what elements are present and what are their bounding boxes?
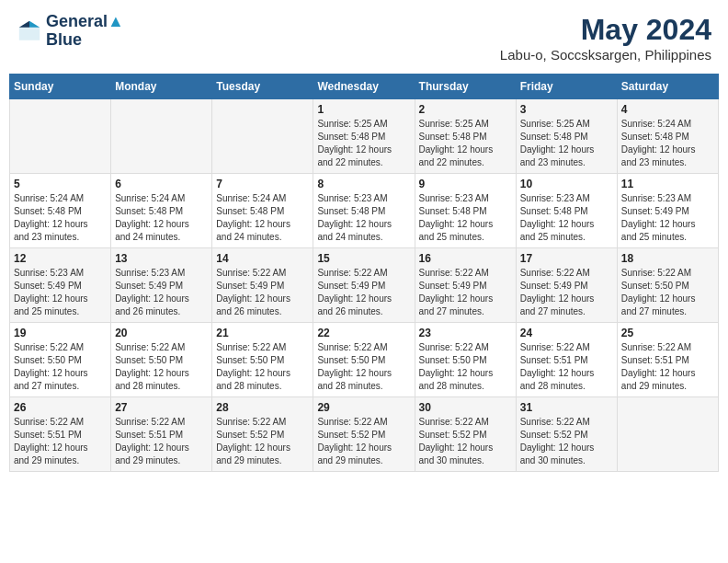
- day-info: Sunrise: 5:22 AM Sunset: 5:50 PM Dayligh…: [317, 341, 410, 393]
- day-number: 25: [621, 327, 714, 339]
- day-number: 20: [115, 327, 208, 339]
- calendar-day-cell: 6Sunrise: 5:24 AM Sunset: 5:48 PM Daylig…: [111, 174, 212, 248]
- calendar-day-cell: 14Sunrise: 5:22 AM Sunset: 5:49 PM Dayli…: [212, 248, 313, 323]
- day-number: 8: [317, 178, 410, 190]
- day-number: 28: [216, 401, 309, 414]
- logo-text: General▲ Blue: [46, 13, 124, 50]
- day-number: 27: [115, 401, 208, 414]
- day-info: Sunrise: 5:23 AM Sunset: 5:48 PM Dayligh…: [317, 192, 410, 244]
- calendar-day-cell: 7Sunrise: 5:24 AM Sunset: 5:48 PM Daylig…: [212, 174, 313, 248]
- day-info: Sunrise: 5:25 AM Sunset: 5:48 PM Dayligh…: [419, 118, 512, 169]
- day-number: 1: [317, 103, 410, 116]
- calendar-day-cell: 30Sunrise: 5:22 AM Sunset: 5:52 PM Dayli…: [415, 397, 516, 472]
- calendar-day-cell: 22Sunrise: 5:22 AM Sunset: 5:50 PM Dayli…: [313, 323, 415, 397]
- calendar-day-cell: 3Sunrise: 5:25 AM Sunset: 5:48 PM Daylig…: [516, 99, 617, 174]
- logo-icon: [17, 18, 42, 44]
- calendar-day-cell: 11Sunrise: 5:23 AM Sunset: 5:49 PM Dayli…: [617, 174, 718, 248]
- day-number: 24: [520, 327, 613, 339]
- day-info: Sunrise: 5:23 AM Sunset: 5:49 PM Dayligh…: [14, 267, 107, 318]
- calendar-day-cell: 18Sunrise: 5:22 AM Sunset: 5:50 PM Dayli…: [617, 248, 718, 323]
- logo: General▲ Blue: [17, 13, 124, 50]
- day-number: 4: [621, 103, 714, 116]
- day-number: 30: [419, 401, 512, 414]
- calendar-day-cell: 19Sunrise: 5:22 AM Sunset: 5:50 PM Dayli…: [10, 323, 111, 397]
- day-number: 19: [14, 327, 107, 339]
- day-number: 2: [419, 103, 512, 116]
- calendar-day-cell: 10Sunrise: 5:23 AM Sunset: 5:48 PM Dayli…: [516, 174, 617, 248]
- day-info: Sunrise: 5:22 AM Sunset: 5:50 PM Dayligh…: [621, 267, 714, 318]
- day-number: 18: [621, 252, 714, 265]
- calendar-day-cell: 5Sunrise: 5:24 AM Sunset: 5:48 PM Daylig…: [10, 174, 111, 248]
- main-title: May 2024: [500, 13, 711, 47]
- day-number: 13: [115, 252, 208, 265]
- day-number: 9: [419, 178, 512, 190]
- calendar-day-cell: 4Sunrise: 5:24 AM Sunset: 5:48 PM Daylig…: [617, 99, 718, 174]
- calendar-day-cell: 15Sunrise: 5:22 AM Sunset: 5:49 PM Dayli…: [313, 248, 415, 323]
- calendar-body: 1Sunrise: 5:25 AM Sunset: 5:48 PM Daylig…: [10, 99, 719, 472]
- day-number: 5: [14, 178, 107, 190]
- calendar-day-cell: [617, 397, 718, 472]
- calendar-table: SundayMondayTuesdayWednesdayThursdayFrid…: [9, 74, 719, 472]
- day-number: 10: [520, 178, 613, 190]
- day-info: Sunrise: 5:24 AM Sunset: 5:48 PM Dayligh…: [14, 192, 107, 244]
- day-number: 12: [14, 252, 107, 265]
- day-number: 29: [317, 401, 410, 414]
- day-info: Sunrise: 5:24 AM Sunset: 5:48 PM Dayligh…: [216, 192, 309, 244]
- day-info: Sunrise: 5:22 AM Sunset: 5:51 PM Dayligh…: [14, 416, 107, 467]
- day-number: 26: [14, 401, 107, 414]
- calendar-week-row: 19Sunrise: 5:22 AM Sunset: 5:50 PM Dayli…: [10, 323, 719, 397]
- calendar-day-cell: 8Sunrise: 5:23 AM Sunset: 5:48 PM Daylig…: [313, 174, 415, 248]
- day-number: 14: [216, 252, 309, 265]
- calendar-day-cell: 9Sunrise: 5:23 AM Sunset: 5:48 PM Daylig…: [415, 174, 516, 248]
- calendar-day-cell: [212, 99, 313, 174]
- calendar-day-cell: 20Sunrise: 5:22 AM Sunset: 5:50 PM Dayli…: [111, 323, 212, 397]
- day-info: Sunrise: 5:24 AM Sunset: 5:48 PM Dayligh…: [115, 192, 208, 244]
- calendar-day-cell: 1Sunrise: 5:25 AM Sunset: 5:48 PM Daylig…: [313, 99, 415, 174]
- day-info: Sunrise: 5:22 AM Sunset: 5:49 PM Dayligh…: [520, 267, 613, 318]
- day-info: Sunrise: 5:22 AM Sunset: 5:52 PM Dayligh…: [419, 416, 512, 467]
- day-number: 3: [520, 103, 613, 116]
- day-number: 17: [520, 252, 613, 265]
- day-info: Sunrise: 5:22 AM Sunset: 5:50 PM Dayligh…: [216, 341, 309, 393]
- day-number: 23: [419, 327, 512, 339]
- calendar-header-cell: Sunday: [10, 75, 111, 99]
- svg-marker-1: [29, 21, 40, 28]
- calendar-header-cell: Monday: [111, 75, 212, 99]
- title-area: May 2024 Labu-o, Soccsksargen, Philippin…: [500, 13, 711, 63]
- day-info: Sunrise: 5:23 AM Sunset: 5:49 PM Dayligh…: [621, 192, 714, 244]
- calendar-day-cell: [10, 99, 111, 174]
- day-info: Sunrise: 5:25 AM Sunset: 5:48 PM Dayligh…: [317, 118, 410, 169]
- day-number: 11: [621, 178, 714, 190]
- day-number: 22: [317, 327, 410, 339]
- calendar-day-cell: 21Sunrise: 5:22 AM Sunset: 5:50 PM Dayli…: [212, 323, 313, 397]
- calendar-week-row: 1Sunrise: 5:25 AM Sunset: 5:48 PM Daylig…: [10, 99, 719, 174]
- calendar-day-cell: 17Sunrise: 5:22 AM Sunset: 5:49 PM Dayli…: [516, 248, 617, 323]
- calendar-header-cell: Friday: [516, 75, 617, 99]
- svg-marker-2: [19, 21, 29, 28]
- day-info: Sunrise: 5:22 AM Sunset: 5:51 PM Dayligh…: [621, 341, 714, 393]
- calendar-header-cell: Wednesday: [313, 75, 415, 99]
- calendar-day-cell: 23Sunrise: 5:22 AM Sunset: 5:50 PM Dayli…: [415, 323, 516, 397]
- calendar-day-cell: 26Sunrise: 5:22 AM Sunset: 5:51 PM Dayli…: [10, 397, 111, 472]
- day-info: Sunrise: 5:22 AM Sunset: 5:50 PM Dayligh…: [14, 341, 107, 393]
- calendar-header-cell: Tuesday: [212, 75, 313, 99]
- day-number: 16: [419, 252, 512, 265]
- day-info: Sunrise: 5:22 AM Sunset: 5:49 PM Dayligh…: [216, 267, 309, 318]
- day-info: Sunrise: 5:22 AM Sunset: 5:51 PM Dayligh…: [115, 416, 208, 467]
- day-info: Sunrise: 5:22 AM Sunset: 5:50 PM Dayligh…: [115, 341, 208, 393]
- day-number: 31: [520, 401, 613, 414]
- day-info: Sunrise: 5:22 AM Sunset: 5:52 PM Dayligh…: [520, 416, 613, 467]
- calendar-day-cell: [111, 99, 212, 174]
- calendar-week-row: 12Sunrise: 5:23 AM Sunset: 5:49 PM Dayli…: [10, 248, 719, 323]
- day-number: 21: [216, 327, 309, 339]
- calendar-day-cell: 25Sunrise: 5:22 AM Sunset: 5:51 PM Dayli…: [617, 323, 718, 397]
- day-info: Sunrise: 5:22 AM Sunset: 5:52 PM Dayligh…: [216, 416, 309, 467]
- calendar-day-cell: 31Sunrise: 5:22 AM Sunset: 5:52 PM Dayli…: [516, 397, 617, 472]
- calendar-day-cell: 24Sunrise: 5:22 AM Sunset: 5:51 PM Dayli…: [516, 323, 617, 397]
- calendar-day-cell: 2Sunrise: 5:25 AM Sunset: 5:48 PM Daylig…: [415, 99, 516, 174]
- calendar-day-cell: 16Sunrise: 5:22 AM Sunset: 5:49 PM Dayli…: [415, 248, 516, 323]
- day-info: Sunrise: 5:23 AM Sunset: 5:48 PM Dayligh…: [520, 192, 613, 244]
- day-info: Sunrise: 5:22 AM Sunset: 5:49 PM Dayligh…: [419, 267, 512, 318]
- calendar-week-row: 5Sunrise: 5:24 AM Sunset: 5:48 PM Daylig…: [10, 174, 719, 248]
- page-header: General▲ Blue May 2024 Labu-o, Soccsksar…: [9, 9, 719, 66]
